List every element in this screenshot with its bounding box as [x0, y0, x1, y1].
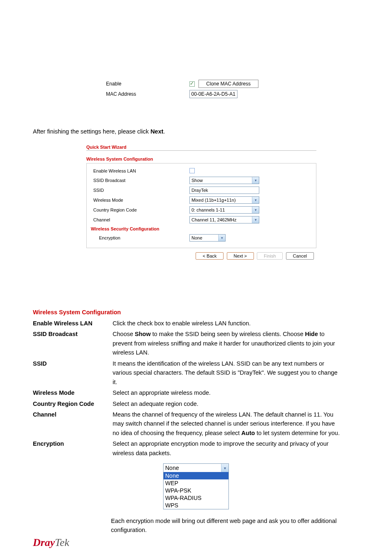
clone-mac-panel: Enable Clone MAC Address MAC Address 00-… — [104, 78, 288, 99]
chevron-down-icon: ▾ — [221, 464, 228, 472]
def-desc: Click the check box to enable wireless L… — [113, 319, 343, 328]
def-desc: Select an adequate region code. — [113, 399, 343, 408]
chevron-down-icon: ▾ — [252, 197, 259, 203]
quick-start-wizard-panel: Quick Start Wizard Wireless System Confi… — [86, 142, 316, 260]
ssid-input[interactable]: DrayTek — [189, 187, 259, 194]
chevron-down-icon: ▾ — [252, 177, 259, 184]
clone-mac-button[interactable]: Clone MAC Address — [198, 80, 258, 88]
encryption-option-wep[interactable]: WEP — [164, 479, 228, 487]
wireless-mode-label: Wireless Mode — [91, 198, 189, 203]
wireless-system-config-section: Wireless System Configuration — [33, 309, 359, 315]
cancel-button[interactable]: Cancel — [286, 252, 314, 260]
enable-wlan-label: Enable Wireless LAN — [91, 168, 189, 173]
mac-address-input[interactable]: 00-0E-A6-2A-D5-A1 — [189, 90, 238, 98]
divider — [86, 150, 316, 151]
ssid-broadcast-select[interactable]: Show ▾ — [189, 177, 259, 184]
logo-tek: Tek — [55, 537, 69, 548]
encryption-select[interactable]: None ▾ — [189, 234, 226, 242]
def-channel: Channel Means the channel of frequency o… — [33, 410, 359, 438]
channel-label: Channel — [91, 217, 189, 222]
country-region-label: Country Region Code — [91, 207, 189, 212]
wizard-button-row: < Back Next > Finish Cancel — [86, 248, 316, 260]
channel-value: Channel 11, 2462MHz — [190, 217, 252, 222]
def-name: Wireless Mode — [33, 388, 111, 397]
encryption-dd-value: None — [164, 464, 221, 472]
wireless-mode-select[interactable]: Mixed (11b+11g+11n) ▾ — [189, 196, 259, 204]
enable-label: Enable — [106, 81, 121, 87]
ssid-label: SSID — [91, 188, 189, 193]
qsw-title: Quick Start Wizard — [86, 142, 316, 150]
def-desc: Select an appropriate encryption mode to… — [113, 439, 343, 458]
enable-clone-checkbox[interactable] — [189, 81, 195, 87]
back-button[interactable]: < Back — [196, 252, 224, 260]
def-wireless-mode: Wireless Mode Select an appropriate wire… — [33, 388, 359, 397]
chevron-down-icon: ▾ — [252, 207, 259, 213]
encryption-option-wpa-psk[interactable]: WPA-PSK — [164, 487, 228, 494]
encryption-note: Each encryption mode will bring out diff… — [33, 517, 359, 535]
instruction-next: After finishing the settings here, pleas… — [33, 127, 359, 136]
def-desc: Means the channel of frequency of the wi… — [113, 410, 343, 438]
ssid-broadcast-value: Show — [190, 178, 252, 183]
wireless-mode-value: Mixed (11b+11g+11n) — [190, 198, 252, 203]
def-name: SSID Broadcast — [33, 329, 111, 339]
mac-address-label: MAC Address — [106, 91, 136, 97]
encryption-option-none[interactable]: None — [164, 472, 228, 479]
def-desc: Choose Show to make the SSID being seen … — [113, 329, 343, 357]
country-region-value: 0: channels 1-11 — [190, 207, 252, 212]
def-name: SSID — [33, 359, 111, 368]
encryption-option-wps[interactable]: WPS — [164, 502, 228, 509]
encryption-dropdown-expanded[interactable]: None ▾ None WEP WPA-PSK WPA-RADIUS WPS — [163, 463, 229, 509]
next-button[interactable]: Next > — [227, 252, 254, 260]
wireless-system-config-header: Wireless System Configuration — [86, 155, 316, 163]
def-name: Encryption — [33, 439, 111, 448]
def-desc: It means the identification of the wirel… — [113, 359, 343, 387]
wireless-security-config-header: Wireless Security Configuration — [91, 225, 312, 233]
chevron-down-icon: ▾ — [218, 235, 225, 241]
def-name: Country Region Code — [33, 399, 111, 408]
def-ssid-broadcast: SSID Broadcast Choose Show to make the S… — [33, 329, 359, 357]
finish-button: Finish — [257, 252, 283, 260]
def-encryption: Encryption Select an appropriate encrypt… — [33, 439, 359, 458]
def-desc: Select an appropriate wireless mode. — [113, 388, 343, 397]
def-ssid: SSID It means the identification of the … — [33, 359, 359, 387]
chevron-down-icon: ▾ — [252, 216, 259, 223]
encryption-value: None — [190, 235, 218, 240]
def-enable-wlan: Enable Wireless LAN Click the check box … — [33, 319, 359, 328]
def-name: Channel — [33, 410, 111, 419]
channel-select[interactable]: Channel 11, 2462MHz ▾ — [189, 216, 259, 223]
logo-dray: Dray — [33, 537, 55, 548]
def-country-region: Country Region Code Select an adequate r… — [33, 399, 359, 408]
country-region-select[interactable]: 0: channels 1-11 ▾ — [189, 206, 259, 214]
enable-wlan-checkbox[interactable] — [189, 168, 195, 173]
encryption-option-wpa-radius[interactable]: WPA-RADIUS — [164, 494, 228, 502]
encryption-label: Encryption — [91, 235, 189, 240]
config-table: Enable Wireless LAN SSID Broadcast Show … — [86, 163, 316, 248]
draytek-logo: DrayTek — [33, 537, 69, 549]
def-name: Enable Wireless LAN — [33, 319, 111, 328]
ssid-broadcast-label: SSID Broadcast — [91, 178, 189, 183]
